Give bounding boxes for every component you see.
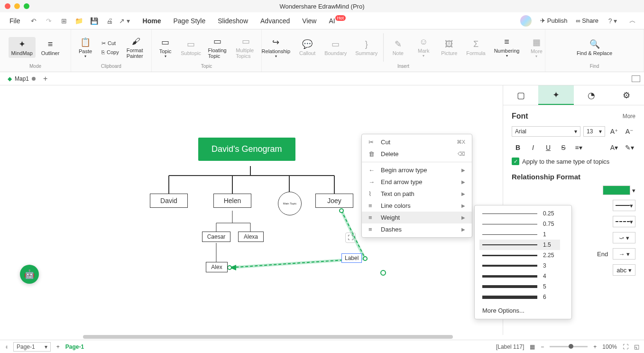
maximize-window-icon[interactable] <box>24 3 29 9</box>
topic-alexa[interactable]: Alexa <box>238 232 264 242</box>
relationship-button[interactable]: ↪Relationship▾ <box>259 35 294 60</box>
close-window-icon[interactable] <box>5 3 10 9</box>
mindmap-button[interactable]: ✦MindMap <box>9 37 36 58</box>
multiple-topics-button[interactable]: ▭Multiple Topics <box>233 34 259 61</box>
minimize-window-icon[interactable] <box>14 3 20 9</box>
font-size-select[interactable]: 13▾ <box>583 126 605 137</box>
picture-button[interactable]: 🖼Picture <box>438 37 460 58</box>
ctx-begin-arrow[interactable]: ←Begin arrow type▶ <box>362 164 472 176</box>
sb-page-select[interactable]: Page-1▾ <box>13 342 51 352</box>
rp-tab-layout-icon[interactable]: ▢ <box>503 85 538 105</box>
tab-advanced[interactable]: Advanced <box>260 17 290 25</box>
font-family-select[interactable]: Arial▾ <box>512 126 580 137</box>
rp-tab-style-icon[interactable]: ✦ <box>538 85 573 105</box>
increase-font-icon[interactable]: A⁺ <box>608 125 620 138</box>
tab-ai[interactable]: AIHot <box>329 17 345 25</box>
ctx-end-arrow[interactable]: →End arrow type▶ <box>362 176 472 188</box>
expand-handle-icon[interactable]: ⛶ <box>345 232 356 243</box>
weight-option-5[interactable]: 5 <box>479 281 560 292</box>
share-button[interactable]: ∞ Share <box>576 17 598 24</box>
ai-assistant-fab[interactable]: 🤖 <box>20 265 39 284</box>
end-arrow-select[interactable]: → ▾ <box>613 248 635 260</box>
export-icon[interactable]: ↗ ▾ <box>119 15 130 27</box>
font-color-icon[interactable]: A▾ <box>608 141 620 154</box>
ctx-weight[interactable]: ≡Weight▶ <box>362 212 472 223</box>
doc-tab-map1[interactable]: ◆ Map1 <box>4 74 39 83</box>
underline-icon[interactable]: U <box>542 141 554 154</box>
root-topic[interactable]: David's Genogram <box>198 138 295 161</box>
weight-option-1.5[interactable]: 1.5 <box>479 240 560 250</box>
tab-pagestyle[interactable]: Page Style <box>173 17 205 25</box>
redo-icon[interactable]: ↷ <box>43 15 55 27</box>
topic-helen[interactable]: Helen <box>213 194 251 208</box>
topic-david[interactable]: David <box>150 194 188 208</box>
text-path-select[interactable]: abc ▾ <box>613 264 635 276</box>
line-curve-select[interactable]: ⤻ ▾ <box>613 232 635 243</box>
new-icon[interactable]: ⊞ <box>58 15 70 27</box>
print-icon[interactable]: 🖨 <box>104 15 115 27</box>
italic-icon[interactable]: I <box>527 141 539 154</box>
ctx-text-on-path[interactable]: ⌇Text on path▶ <box>362 188 472 200</box>
zoom-slider[interactable] <box>550 346 588 347</box>
mark-button[interactable]: ☺Mark▾ <box>412 35 435 60</box>
copy-button[interactable]: ⎘ Copy <box>100 48 121 56</box>
weight-option-6[interactable]: 6 <box>479 292 560 302</box>
more-insert-button[interactable]: ▦More▾ <box>525 35 548 60</box>
weight-option-0.75[interactable]: 0.75 <box>479 219 560 229</box>
publish-button[interactable]: ✈ Publish <box>540 17 567 24</box>
relationship-label[interactable]: Label <box>341 253 362 263</box>
topic-button[interactable]: ▭Topic▾ <box>154 35 177 60</box>
sb-fit-icon[interactable]: ◱ <box>634 344 639 350</box>
color-dropdown-icon[interactable]: ▾ <box>632 187 635 194</box>
topic-joey[interactable]: Joey <box>315 194 353 208</box>
weight-more-options[interactable]: More Options... <box>479 302 567 316</box>
collapse-ribbon-icon[interactable]: ︿ <box>627 15 638 27</box>
topic-caesar[interactable]: Caesar <box>202 232 230 242</box>
sb-fullscreen-icon[interactable]: ⛶ <box>623 344 628 350</box>
weight-option-1[interactable]: 1 <box>479 229 560 240</box>
weight-option-0.25[interactable]: 0.25 <box>479 208 560 219</box>
sb-grid-icon[interactable]: ▦ <box>530 344 535 350</box>
callout-button[interactable]: 💬Callout <box>296 37 319 58</box>
save-icon[interactable]: 💾 <box>89 15 100 27</box>
line-style-dashed-select[interactable]: ▾ <box>613 216 635 227</box>
bold-icon[interactable]: B <box>512 141 524 154</box>
topic-alex[interactable]: Alex <box>206 262 228 272</box>
formula-button[interactable]: ΣFormula <box>463 37 488 58</box>
align-icon[interactable]: ≡▾ <box>572 141 585 154</box>
open-icon[interactable]: 📁 <box>74 15 85 27</box>
weight-option-4[interactable]: 4 <box>479 271 560 281</box>
tab-home[interactable]: Home <box>143 17 161 25</box>
summary-button[interactable]: }Summary <box>352 37 380 58</box>
horizontal-scrollbar[interactable] <box>83 335 453 339</box>
tab-view[interactable]: View <box>302 17 316 25</box>
decrease-font-icon[interactable]: A⁻ <box>623 125 635 138</box>
ctx-cut[interactable]: ✂Cut⌘X <box>362 136 472 148</box>
topic-maintopic[interactable]: Main Topic <box>278 192 302 215</box>
ctx-dashes[interactable]: ≡Dashes▶ <box>362 223 472 235</box>
paste-button[interactable]: 📋Paste▾ <box>74 35 97 60</box>
font-more-link[interactable]: More <box>623 113 635 120</box>
note-button[interactable]: ✎Note <box>386 37 409 58</box>
boundary-button[interactable]: ▭Boundary <box>322 37 350 58</box>
sb-zoom-value[interactable]: 100% <box>602 344 617 350</box>
tab-slideshow[interactable]: Slideshow <box>218 17 248 25</box>
apply-same-type-checkbox[interactable]: ✓ <box>512 158 519 165</box>
weight-option-3[interactable]: 3 <box>479 260 560 271</box>
add-doc-tab-icon[interactable]: + <box>43 74 47 83</box>
floating-topic-button[interactable]: ▭Floating Topic <box>205 34 230 61</box>
outliner-button[interactable]: ≡Outliner <box>38 37 63 58</box>
subtopic-button[interactable]: ▭Subtopic <box>180 37 202 58</box>
sb-zoom-out-icon[interactable]: − <box>541 344 544 350</box>
strike-icon[interactable]: S <box>557 141 570 154</box>
sb-add-page-icon[interactable]: + <box>56 344 60 350</box>
ctx-delete[interactable]: 🗑Delete⌫ <box>362 148 472 160</box>
format-painter-button[interactable]: 🖌Format Painter <box>124 35 148 61</box>
highlight-icon[interactable]: ✎▾ <box>623 141 635 154</box>
rp-tab-settings-icon[interactable]: ⚙ <box>609 85 644 105</box>
avatar[interactable] <box>520 15 532 27</box>
file-menu[interactable]: File <box>6 15 24 27</box>
panel-toggle-icon[interactable] <box>632 75 640 82</box>
undo-icon[interactable]: ↶ <box>28 15 39 27</box>
ctx-line-colors[interactable]: ≡Line colors▶ <box>362 200 472 212</box>
